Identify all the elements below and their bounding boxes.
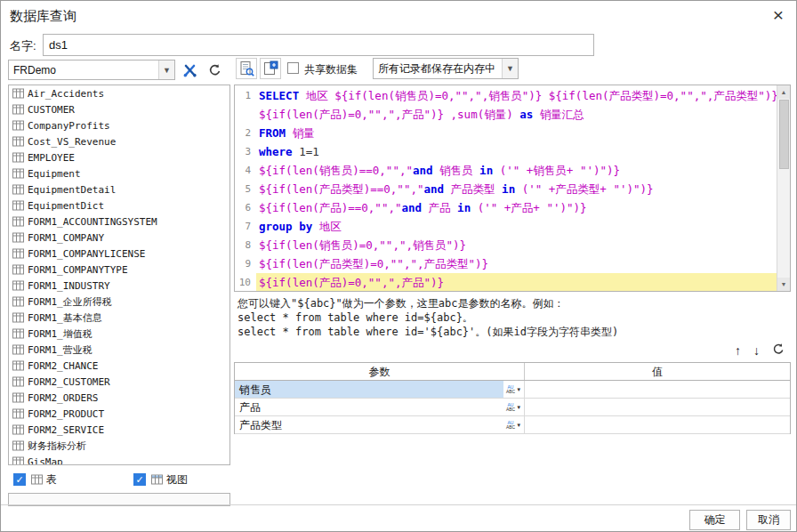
list-item[interactable]: EMPLOYEE [9, 149, 229, 165]
sql-line[interactable]: 4${if(len(销售员)==0,"","and 销售员 in ('" +销售… [235, 161, 777, 180]
sql-line[interactable]: 3where 1=1 [235, 142, 777, 161]
sql-line-code[interactable]: ${if(len(产品)=0,"",",产品")} ,sum(销量) as 销量… [256, 105, 777, 124]
sql-line-code[interactable]: ${if(len(销售员)==0,"","and 销售员 in ('" +销售员… [256, 161, 777, 180]
line-number: 10 [235, 273, 256, 292]
sql-line[interactable]: 5${if(len(产品类型)==0,"","and 产品类型 in ('" +… [235, 180, 777, 198]
share-dataset-checkbox[interactable] [287, 62, 299, 74]
format-sql-icon[interactable] [260, 58, 281, 79]
string-type-icon[interactable]: AUABC▼ [503, 416, 525, 433]
param-header-name: 参数 [235, 363, 525, 380]
page-title: 数据库查询 [10, 8, 76, 25]
list-item[interactable]: FORM2_ORDERS [9, 390, 229, 406]
ok-button[interactable]: 确定 [689, 510, 740, 530]
sql-line-code[interactable]: ${if(len(产品类型)==0,"","and 产品类型 in ('" +产… [256, 180, 777, 198]
param-row[interactable]: 产品AUABC▼ [235, 399, 790, 416]
move-up-icon[interactable]: ↑ [735, 343, 741, 358]
table-name: FORM2_ORDERS [28, 392, 98, 404]
list-item[interactable]: Cost_VS_Revenue [9, 133, 229, 149]
param-name[interactable]: 产品 [235, 399, 503, 415]
sql-line-code[interactable]: ${if(len(产品类型)=0,"",",产品类型")} [256, 254, 777, 273]
list-item[interactable]: FORM2_CUSTOMER [9, 374, 229, 390]
sql-line[interactable]: 10${if(len(产品)=0,"",",产品")} [235, 273, 777, 292]
list-item[interactable]: FORM2_PRODUCT [9, 406, 229, 422]
list-item[interactable]: FORM2_CHANCE [9, 358, 229, 374]
database-query-dialog: 数据库查询 × 名字: FRDemo ▼ Air_AccidentsCUSTOM… [0, 0, 797, 532]
preview-data-icon[interactable] [236, 58, 257, 79]
sql-line[interactable]: 1SELECT 地区 ${if(len(销售员)=0,"",",销售员")} $… [235, 86, 777, 105]
list-item[interactable]: CompanyProfits [9, 117, 229, 133]
list-item[interactable]: Air_Accidents [9, 85, 229, 101]
table-icon [12, 296, 24, 308]
list-item[interactable]: FORM1_INDUSTRY [9, 278, 229, 294]
sql-line-code[interactable]: ${if(len(产品)==0,"","and 产品 in ('" +产品+ "… [256, 198, 777, 217]
param-value-cell[interactable] [525, 381, 790, 398]
list-item[interactable]: FORM1_COMPANYTYPE [9, 262, 229, 278]
sql-line[interactable]: ${if(len(产品)=0,"",",产品")} ,sum(销量) as 销量… [235, 105, 777, 124]
table-icon [12, 136, 24, 148]
table-name: Equipment [28, 168, 81, 180]
table-icon [12, 104, 24, 116]
param-toolbar: ↑ ↓ [735, 343, 785, 359]
table-icon [12, 88, 24, 100]
param-row[interactable]: 产品类型AUABC▼ [235, 416, 790, 434]
datasource-select[interactable]: FRDemo ▼ [8, 60, 175, 80]
sql-current-line[interactable]: ${if(len(产品)=0,"",",产品")} [256, 273, 777, 292]
list-item[interactable]: FORM1_企业所得税 [9, 294, 229, 310]
refresh-connection-icon[interactable] [205, 60, 226, 80]
sql-editor[interactable]: 1SELECT 地区 ${if(len(销售员)=0,"",",销售员")} $… [234, 85, 791, 292]
sql-line[interactable]: 7group by 地区 [235, 217, 777, 236]
list-item[interactable]: FORM2_SERVICE [9, 422, 229, 438]
sql-line[interactable]: 9${if(len(产品类型)=0,"",",产品类型")} [235, 254, 777, 273]
scrollbar-thumb[interactable] [779, 100, 789, 169]
cancel-button[interactable]: 取消 [746, 510, 791, 530]
table-list: Air_AccidentsCUSTOMERCompanyProfitsCost_… [8, 85, 230, 465]
scroll-up-icon[interactable]: ▲ [777, 85, 790, 99]
string-type-icon[interactable]: AUABC▼ [503, 399, 525, 415]
list-item[interactable]: EquipmentDict [9, 197, 229, 214]
list-item[interactable]: FORM1_COMPANY [9, 230, 229, 246]
list-item[interactable]: CUSTOMER [9, 101, 229, 117]
chevron-down-icon[interactable]: ▼ [502, 59, 518, 78]
editor-vscrollbar[interactable]: ▲ ▼ [777, 85, 790, 291]
param-value-cell[interactable] [525, 416, 790, 433]
param-row[interactable]: 销售员AUABC▼ [235, 381, 790, 399]
connection-config-icon[interactable] [180, 60, 201, 80]
refresh-params-icon[interactable] [772, 343, 785, 359]
sql-line[interactable]: 8${if(len(销售员)=0,"",",销售员")} [235, 236, 777, 254]
sql-line[interactable]: 2FROM 销量 [235, 124, 777, 142]
param-name[interactable]: 销售员 [235, 381, 503, 398]
storage-mode-select[interactable]: 所有记录都保存在内存中 ▼ [373, 58, 519, 79]
table-filter-checkbox[interactable]: ✓ [13, 473, 26, 486]
sql-line[interactable]: 6${if(len(产品)==0,"","and 产品 in ('" +产品+ … [235, 198, 777, 217]
list-item[interactable]: FORM1_营业税 [9, 342, 229, 358]
sql-line-code[interactable]: SELECT 地区 ${if(len(销售员)=0,"",",销售员")} ${… [256, 86, 777, 105]
chevron-down-icon[interactable]: ▼ [158, 60, 174, 79]
list-item[interactable]: 财务指标分析 [9, 438, 229, 454]
table-name: FORM1_COMPANY [28, 232, 104, 244]
scroll-down-icon[interactable]: ▼ [777, 278, 790, 291]
sql-line-code[interactable]: FROM 销量 [256, 124, 777, 142]
param-value-cell[interactable] [525, 399, 790, 415]
dataset-name-input[interactable] [43, 34, 594, 56]
sql-line-code[interactable]: ${if(len(销售员)=0,"",",销售员")} [256, 236, 777, 254]
list-item[interactable]: EquipmentDetail [9, 181, 229, 197]
line-number: 4 [235, 161, 256, 180]
view-filter-checkbox[interactable]: ✓ [133, 473, 146, 486]
list-item[interactable]: FORM1_ACCOUNTINGSYSTEM [9, 214, 229, 230]
list-item[interactable]: FORM1_COMPANYLICENSE [9, 246, 229, 262]
list-item[interactable]: FORM1_增值税 [9, 326, 229, 342]
table-filter-label: 表 [46, 472, 57, 488]
table-icon [12, 408, 24, 420]
table-icon [12, 184, 24, 196]
list-item[interactable]: Equipment [9, 165, 229, 181]
sql-line-code[interactable]: group by 地区 [256, 217, 777, 236]
list-item[interactable]: GisMap [9, 454, 229, 465]
param-table-header: 参数 值 [235, 363, 790, 381]
table-name: FORM2_CUSTOMER [28, 376, 110, 388]
sql-line-code[interactable]: where 1=1 [256, 142, 777, 161]
close-icon[interactable]: × [773, 4, 784, 26]
string-type-icon[interactable]: AUABC▼ [503, 381, 525, 398]
move-down-icon[interactable]: ↓ [753, 343, 760, 358]
param-name[interactable]: 产品类型 [235, 416, 503, 433]
list-item[interactable]: FORM1_基本信息 [9, 310, 229, 326]
